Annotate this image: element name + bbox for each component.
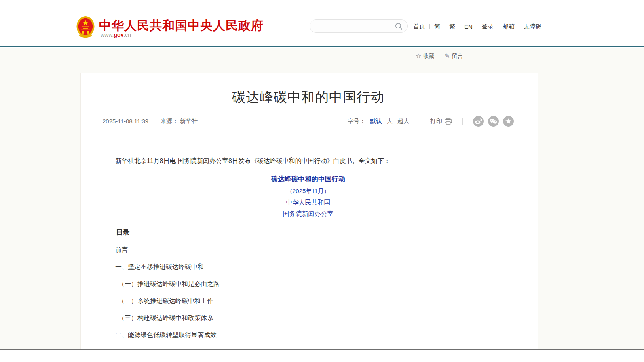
- message-label: 留言: [452, 53, 463, 60]
- site-url-www: www.: [101, 32, 114, 38]
- star-share-icon[interactable]: [503, 116, 514, 127]
- search-input[interactable]: [316, 21, 389, 32]
- site-url-gov: gov: [114, 32, 123, 38]
- toc-item-section1-2: （二）系统推进碳达峰碳中和工作: [103, 297, 514, 305]
- nav-mail[interactable]: 邮箱: [498, 23, 519, 30]
- article-meta-row: 2025-11-08 11:39 来源： 新华社 字号： 默认 大 超大 打印: [103, 116, 514, 133]
- fontsize-default-button[interactable]: 默认: [370, 118, 382, 125]
- national-emblem-icon: [76, 16, 95, 38]
- site-url-cn: .cn: [123, 32, 131, 38]
- bottom-strip: [0, 350, 644, 362]
- publish-time: 2025-11-08 11:39: [103, 118, 148, 125]
- message-button[interactable]: ✎ 留言: [445, 52, 463, 60]
- toc-item-section1: 一、坚定不移推进碳达峰碳中和: [103, 263, 514, 271]
- nav-login[interactable]: 登录: [477, 23, 498, 30]
- lead-paragraph: 新华社北京11月8日电 国务院新闻办公室8日发布《碳达峰碳中和的中国行动》白皮书…: [103, 156, 514, 166]
- search-box: [310, 19, 408, 33]
- quick-actions: ☆ 收藏 ✎ 留言: [416, 52, 463, 60]
- wechat-share-icon[interactable]: [488, 116, 499, 127]
- page-title: 碳达峰碳中和的中国行动: [103, 88, 514, 106]
- article-card: 碳达峰碳中和的中国行动 2025-11-08 11:39 来源： 新华社 字号：…: [80, 73, 538, 362]
- meta-separator: [462, 118, 463, 125]
- bottom-divider: [0, 349, 644, 350]
- source-label: 来源：: [160, 118, 178, 124]
- site-header: 中华人民共和国中央人民政府 www.gov.cn 首页 简 繁 EN 登录 邮箱…: [0, 0, 644, 47]
- doc-issuer-office: 国务院新闻办公室: [103, 210, 514, 218]
- doc-date: （2025年11月）: [103, 187, 514, 195]
- share-icons: [473, 116, 514, 127]
- nav-english[interactable]: EN: [460, 23, 477, 30]
- source: 来源： 新华社: [160, 118, 198, 125]
- fontsize-xlarge-button[interactable]: 超大: [397, 118, 409, 125]
- toc-item-section1-3: （三）构建碳达峰碳中和政策体系: [103, 314, 514, 322]
- star-outline-icon: ☆: [416, 52, 421, 60]
- meta-right: 字号： 默认 大 超大 打印: [348, 116, 514, 127]
- fontsize-large-button[interactable]: 大: [387, 118, 393, 125]
- site-url: www.gov.cn: [101, 32, 131, 38]
- weibo-share-icon[interactable]: [473, 116, 484, 127]
- favorite-button[interactable]: ☆ 收藏: [416, 52, 434, 60]
- doc-title: 碳达峰碳中和的中国行动: [103, 174, 514, 184]
- meta-left: 2025-11-08 11:39 来源： 新华社: [103, 118, 198, 125]
- printer-icon: [445, 118, 452, 125]
- source-name: 新华社: [180, 118, 198, 124]
- doc-issuer-country: 中华人民共和国: [103, 199, 514, 207]
- meta-separator: [420, 118, 420, 125]
- nav-simplified[interactable]: 简: [430, 23, 445, 30]
- fontsize-label: 字号：: [348, 118, 365, 125]
- top-nav: 首页 简 繁 EN 登录 邮箱 无障碍: [413, 23, 546, 30]
- pencil-icon: ✎: [445, 52, 450, 60]
- search-icon[interactable]: [395, 22, 403, 30]
- toc-heading: 目录: [103, 228, 514, 237]
- favorite-label: 收藏: [423, 53, 434, 60]
- nav-traditional[interactable]: 繁: [445, 23, 460, 30]
- nav-home[interactable]: 首页: [413, 23, 429, 30]
- toc-item-section2: 二、能源绿色低碳转型取得显著成效: [103, 331, 514, 339]
- print-button[interactable]: 打印: [430, 118, 452, 125]
- nav-accessibility[interactable]: 无障碍: [519, 23, 546, 30]
- toc-item-section1-1: （一）推进碳达峰碳中和是必由之路: [103, 280, 514, 288]
- toc-item-preface: 前言: [103, 246, 514, 254]
- print-label: 打印: [430, 118, 442, 125]
- gov-logo[interactable]: [76, 16, 95, 38]
